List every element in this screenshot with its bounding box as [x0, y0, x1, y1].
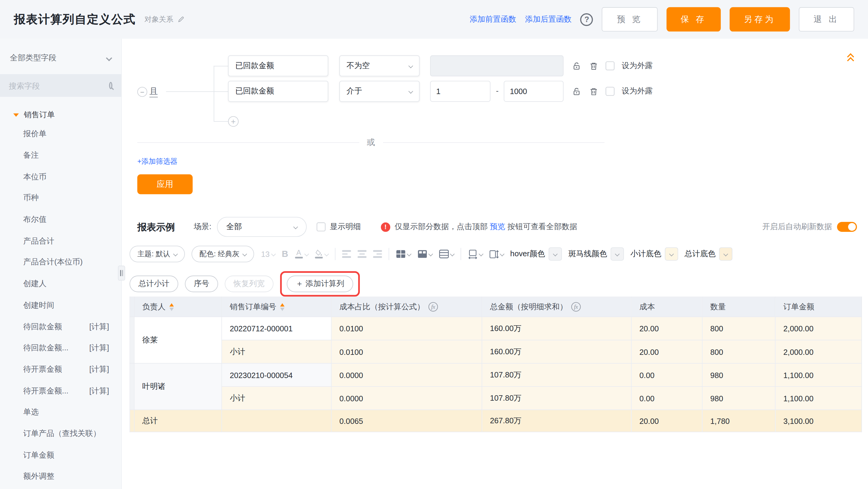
tree-root-sales-order[interactable]: 销售订单	[0, 107, 121, 123]
order-link[interactable]: 20230210-000054	[222, 363, 331, 387]
tree-item[interactable]: 待回款金额...[计算]	[0, 337, 121, 359]
total-color-picker[interactable]: 总计底色	[685, 247, 732, 260]
order-link[interactable]: 20220712-000001	[222, 317, 331, 340]
add-calc-column-button[interactable]: ＋ 添加计算列	[287, 275, 353, 292]
bold-icon[interactable]: B	[282, 249, 288, 259]
sort-icons[interactable]	[169, 303, 174, 311]
subtotal-color-picker[interactable]: 小计底色	[630, 247, 678, 260]
exit-button[interactable]: 退 出	[799, 7, 854, 32]
font-size-select[interactable]: 13	[261, 250, 275, 258]
table-header-style-icon[interactable]	[417, 250, 432, 258]
tree-item[interactable]: 产品合计(本位币)	[0, 252, 121, 273]
tree-item[interactable]: 创建人	[0, 273, 121, 295]
group-operator[interactable]: 且	[150, 86, 158, 97]
tree-item-label: 额外调整	[23, 471, 54, 482]
table-gutter	[130, 297, 134, 317]
tree-item[interactable]: 待开票金额...[计算]	[0, 380, 121, 401]
help-icon[interactable]: ?	[580, 13, 593, 26]
save-button[interactable]: 保 存	[666, 7, 720, 32]
col-cost[interactable]: 成本	[631, 297, 702, 317]
tree-item[interactable]: 备注	[0, 145, 121, 166]
tree-item[interactable]: 布尔值	[0, 209, 121, 230]
expose-checkbox[interactable]	[606, 62, 614, 70]
preview-button[interactable]: 预 览	[602, 7, 657, 32]
align-left-icon[interactable]	[342, 250, 351, 258]
chevron-down-icon	[478, 252, 484, 257]
tree-item[interactable]: 产品合计	[0, 230, 121, 252]
filter-field-select[interactable]: 已回款金额	[228, 81, 328, 102]
tree-item[interactable]: 本位币	[0, 166, 121, 188]
sidebar-collapse-handle[interactable]	[118, 266, 125, 281]
owner-cell: 叶明诸	[134, 363, 222, 410]
tree-item[interactable]: 待开票金额[计算]	[0, 359, 121, 380]
unlock-icon[interactable]	[571, 61, 581, 71]
filter-operator-select[interactable]: 不为空	[339, 56, 420, 76]
restore-column-width-button: 恢复列宽	[225, 275, 274, 292]
filter-operator-value: 介于	[346, 86, 362, 96]
object-relation[interactable]: 对象关系	[145, 14, 186, 25]
save-as-button[interactable]: 另存为	[730, 7, 790, 32]
tree-item[interactable]: 创建时间	[0, 295, 121, 316]
zebra-color-picker[interactable]: 斑马线颜色	[568, 247, 624, 260]
font-color-icon[interactable]: A	[295, 250, 308, 258]
apply-button[interactable]: 应用	[137, 174, 193, 194]
fill-color-icon[interactable]	[315, 250, 328, 258]
calc-tag: [计算]	[89, 364, 109, 374]
tree-item[interactable]: 订单产品（查找关联）	[0, 423, 121, 445]
scene-select[interactable]: 全部	[217, 217, 306, 237]
col-total-amount[interactable]: 总金额（按明细求和）fx	[482, 297, 631, 317]
range-to-input[interactable]	[504, 81, 563, 102]
palette-select[interactable]: 配色: 经典灰	[192, 246, 254, 262]
tree-item-label: 产品合计(本位币)	[23, 257, 83, 267]
hover-color-picker[interactable]: hover颜色	[510, 247, 562, 260]
col-owner[interactable]: 负责人	[134, 297, 222, 317]
col-order-no[interactable]: 销售订单编号	[222, 297, 331, 317]
add-condition-icon[interactable]: ＋	[228, 116, 239, 127]
auto-refresh-toggle[interactable]	[837, 222, 857, 232]
trash-icon[interactable]	[588, 86, 598, 96]
add-filter-link[interactable]: +添加筛选器	[137, 157, 177, 166]
show-detail-checkbox[interactable]	[317, 223, 326, 231]
range-from-input[interactable]	[430, 81, 490, 102]
expose-checkbox[interactable]	[606, 87, 614, 96]
table-border-icon[interactable]	[396, 250, 411, 258]
tree-item[interactable]: 额外调整	[0, 466, 121, 487]
sequence-button[interactable]: 序号	[185, 275, 218, 292]
tree-item[interactable]: 报价单	[0, 123, 121, 145]
align-right-icon[interactable]	[373, 250, 381, 258]
tree-item[interactable]: 币种	[0, 188, 121, 209]
fx-icon: fx	[571, 302, 581, 312]
col-qty[interactable]: 数量	[702, 297, 775, 317]
remove-group-icon[interactable]: −	[137, 87, 147, 97]
tree-item[interactable]: 订单金额	[0, 445, 121, 466]
trash-icon[interactable]	[588, 61, 598, 71]
col-cost-ratio[interactable]: 成本占比（按计算公式）fx	[332, 297, 482, 317]
add-post-function-link[interactable]: 添加后置函数	[525, 14, 571, 25]
filter-operator-select[interactable]: 介于	[339, 81, 420, 102]
filter-field-select[interactable]: 已回款金额	[228, 56, 328, 76]
tree-item[interactable]: 单选	[0, 401, 121, 423]
notice-preview-link[interactable]: 预览	[490, 222, 505, 231]
align-center-icon[interactable]	[358, 250, 366, 258]
edit-pencil-icon[interactable]	[176, 14, 186, 25]
row-height-icon[interactable]	[489, 249, 504, 259]
add-pre-function-link[interactable]: 添加前置函数	[470, 14, 516, 25]
search-icon[interactable]	[109, 82, 113, 89]
chevron-down-icon	[106, 55, 112, 61]
show-detail-label: 显示明细	[330, 222, 361, 232]
table-rows-icon[interactable]	[439, 250, 454, 258]
sort-icons[interactable]	[280, 303, 285, 311]
filter-operator-value: 不为空	[346, 61, 370, 71]
unlock-icon[interactable]	[571, 86, 581, 96]
total-subtotal-button[interactable]: 总计小计	[130, 275, 179, 292]
search-input[interactable]	[9, 81, 109, 90]
field-type-filter[interactable]: 全部类型字段	[0, 39, 121, 74]
tree-item-label: 备注	[23, 151, 39, 160]
expand-triangle-icon	[13, 113, 19, 117]
fx-icon: fx	[429, 302, 438, 312]
col-order-amount[interactable]: 订单金额	[775, 297, 862, 317]
column-width-icon[interactable]	[467, 249, 483, 259]
theme-select[interactable]: 主题: 默认	[130, 246, 185, 262]
tree-item[interactable]: 待回款金额[计算]	[0, 316, 121, 337]
field-search	[0, 74, 121, 97]
